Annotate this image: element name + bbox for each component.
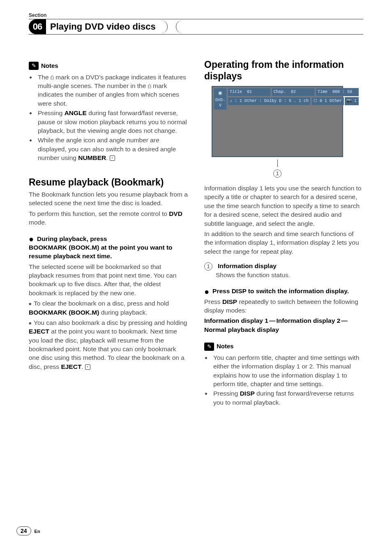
title-cell: Title 01 — [228, 88, 271, 96]
disc-icon: ◉ — [215, 89, 225, 97]
right-column: Operating from the information displays … — [204, 59, 363, 408]
body-text: Press DISP repeatedly to switch between … — [204, 297, 363, 315]
sub-item: ■You can also bookmark a disc by pressin… — [29, 318, 188, 371]
page-number: 24 — [16, 526, 31, 535]
audio-cell: ♪ : 1 Other : Dolby D : 5 . 1 ch — [228, 97, 311, 105]
step-heading: ●Press DISP to switch the information di… — [204, 287, 363, 295]
body-text: The Bookmark function lets you resume pl… — [29, 190, 188, 208]
body-text: In addition to the search and time searc… — [204, 229, 363, 256]
notes-heading: Notes — [41, 62, 58, 70]
resume-heading: Resume playback (Bookmark) — [29, 177, 188, 188]
operating-heading: Operating from the information displays — [204, 59, 363, 82]
callout-number: 1 — [273, 169, 281, 178]
notes-heading: Notes — [217, 342, 234, 351]
list-item: While the angle icon and angle number ar… — [36, 136, 188, 162]
section-end-icon: ▪ — [85, 364, 90, 370]
bullet-icon: ● — [29, 234, 34, 243]
disc-type-cell: ◉ DVD-V — [214, 88, 227, 110]
square-bullet-icon: ■ — [29, 301, 31, 306]
time-cell: Time 000 : 58 — [316, 88, 359, 96]
section-end-icon: ▪ — [110, 155, 115, 161]
bullet-icon: ● — [204, 287, 209, 296]
definition-item: 1 Information display Shows the function… — [204, 262, 363, 279]
step-heading: ●During playback, press BOOKMARK (BOOK.M… — [29, 234, 188, 261]
square-bullet-icon: ■ — [29, 321, 31, 325]
section-label: Section — [29, 12, 363, 18]
multi-angle-icon: ⎙ — [51, 74, 54, 81]
notes-list: You can perform title, chapter and time … — [204, 353, 363, 407]
pencil-note-icon: ✎ — [29, 62, 39, 70]
header-cap-icon — [159, 20, 168, 33]
dvd-display-figure: ◉ DVD-V Title 01 Chap. 02 Time 000 : 58 … — [212, 86, 343, 178]
list-item: The ⎙ mark on a DVD's package indicates … — [36, 73, 188, 108]
multi-angle-icon: ⎙ — [148, 83, 151, 90]
chapter-title: Playing DVD video discs — [50, 21, 156, 32]
header-cap-icon — [176, 20, 184, 33]
language-code: En — [35, 529, 40, 534]
mode-sequence: Information display 1—Information displa… — [204, 316, 363, 334]
page-header: 06 Playing DVD video discs — [29, 19, 363, 35]
pencil-note-icon: ✎ — [204, 343, 214, 351]
chapter-cell: Chap. 02 — [272, 88, 315, 96]
list-item: Pressing DISP during fast forward/revers… — [212, 389, 363, 407]
section-number: 06 — [29, 19, 46, 34]
list-item: You can perform title, chapter and time … — [212, 353, 363, 389]
notes-list: The ⎙ mark on a DVD's package indicates … — [29, 73, 188, 162]
angle-cell: 📷 1 — [345, 97, 359, 105]
page-footer: 24 En — [16, 526, 40, 535]
body-text: Information display 1 lets you use the s… — [204, 184, 363, 228]
subtitle-cell: ⎔ 0 1 Other — [311, 97, 344, 105]
left-column: ✎ Notes The ⎙ mark on a DVD's package in… — [29, 59, 188, 408]
item-number: 1 — [204, 262, 212, 271]
body-text: To perform this function, set the remote… — [29, 209, 188, 227]
sub-item: ■To clear the bookmark on a disc, press … — [29, 299, 188, 317]
callout-line-icon — [277, 160, 278, 167]
list-item: Pressing ANGLE during fast forward/fast … — [36, 109, 188, 135]
body-text: The selected scene will be bookmarked so… — [29, 262, 188, 298]
